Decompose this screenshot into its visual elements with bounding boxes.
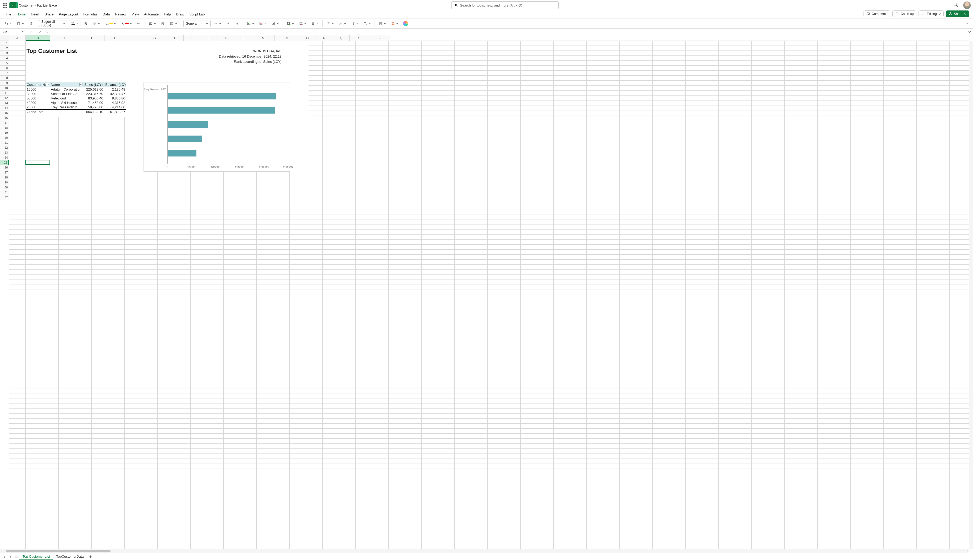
app-launcher-icon[interactable] — [2, 3, 7, 8]
share-button[interactable]: Share — [946, 10, 969, 17]
row-header-4[interactable]: 4 — [0, 56, 9, 61]
menu-tab-file[interactable]: File — [4, 11, 13, 18]
row-header-23[interactable]: 23 — [0, 150, 9, 155]
sort-filter-button[interactable] — [349, 20, 360, 27]
column-header-H[interactable]: H — [164, 35, 184, 41]
menu-tab-view[interactable]: View — [129, 11, 141, 18]
number-format-combo[interactable]: General — [183, 20, 211, 27]
menu-tab-insert[interactable]: Insert — [29, 11, 42, 18]
sensitivity-button[interactable] — [377, 20, 388, 27]
sheet-tab-top-customer-list[interactable]: Top Customer List — [19, 553, 53, 560]
select-all-cell[interactable] — [0, 35, 9, 41]
row-header-28[interactable]: 28 — [0, 175, 9, 180]
row-header-18[interactable]: 18 — [0, 125, 9, 130]
row-header-32[interactable]: 32 — [0, 195, 9, 200]
grid-cells[interactable]: Top Customer List CRONUS USA, Inc. Data … — [9, 41, 969, 549]
column-header-M[interactable]: M — [252, 35, 275, 41]
font-color-button[interactable] — [119, 20, 134, 27]
insert-cells-button[interactable] — [245, 20, 256, 27]
borders-button[interactable] — [91, 20, 102, 27]
more-font-button[interactable] — [135, 20, 142, 27]
fill-color-button[interactable] — [103, 20, 118, 27]
undo-button[interactable] — [3, 20, 13, 27]
name-box[interactable]: B25 — [0, 28, 26, 35]
addins-button[interactable] — [389, 20, 400, 27]
column-header-S[interactable]: S — [366, 35, 391, 41]
scroll-right-button[interactable] — [965, 550, 969, 552]
row-header-26[interactable]: 26 — [0, 165, 9, 170]
menu-tab-help[interactable]: Help — [162, 11, 173, 18]
catch-up-button[interactable]: Catch up — [892, 10, 916, 17]
fx-cancel-button[interactable] — [28, 28, 35, 36]
scrollbar-thumb[interactable] — [6, 550, 110, 552]
align-button[interactable] — [147, 20, 158, 27]
bold-button[interactable] — [82, 20, 89, 27]
column-header-B[interactable]: B — [26, 35, 50, 41]
row-header-21[interactable]: 21 — [0, 140, 9, 145]
row-header-3[interactable]: 3 — [0, 51, 9, 56]
ribbon-expand-button[interactable] — [963, 20, 970, 27]
delete-cells-button[interactable] — [257, 20, 268, 27]
row-header-30[interactable]: 30 — [0, 185, 9, 190]
row-header-8[interactable]: 8 — [0, 76, 9, 81]
column-header-A[interactable]: A — [9, 35, 26, 41]
sheet-tab-topcustomerdata[interactable]: TopCustomerData — [53, 553, 87, 560]
row-header-16[interactable]: 16 — [0, 115, 9, 120]
column-header-L[interactable]: L — [235, 35, 252, 41]
fx-enter-button[interactable] — [36, 28, 43, 36]
row-header-31[interactable]: 31 — [0, 190, 9, 195]
row-headers[interactable]: 1234567891011121314151617181920212223242… — [0, 41, 9, 549]
row-header-13[interactable]: 13 — [0, 100, 9, 105]
menu-tab-home[interactable]: Home — [14, 11, 28, 18]
row-header-25[interactable]: 25 — [0, 160, 9, 165]
fx-button[interactable]: fx — [45, 28, 52, 36]
font-name-combo[interactable]: Segoe UI (Body) — [39, 20, 67, 27]
increase-decimal-button[interactable]: .0 — [224, 20, 232, 27]
column-header-E[interactable]: E — [105, 35, 126, 41]
row-header-5[interactable]: 5 — [0, 61, 9, 66]
row-header-12[interactable]: 12 — [0, 95, 9, 100]
column-header-I[interactable]: I — [184, 35, 201, 41]
row-header-6[interactable]: 6 — [0, 66, 9, 71]
column-headers[interactable]: ABCDEFGHIJKLMNOPQRS — [9, 35, 969, 41]
horizontal-scrollbar[interactable] — [0, 549, 969, 553]
decrease-decimal-button[interactable]: .00 — [233, 20, 241, 27]
scroll-left-button[interactable] — [0, 550, 4, 552]
table-row[interactable]: 30000School of Fine Art223,316.7042,394.… — [26, 92, 126, 96]
sheet-nav-prev-button[interactable] — [2, 554, 7, 560]
column-header-K[interactable]: K — [217, 35, 235, 41]
merge-button[interactable] — [168, 20, 179, 27]
column-header-F[interactable]: F — [126, 35, 145, 41]
column-header-P[interactable]: P — [316, 35, 333, 41]
sales-chart[interactable]: Trey Research12 050000100000150000200000… — [144, 82, 290, 172]
column-header-C[interactable]: C — [50, 35, 77, 41]
settings-button[interactable] — [953, 2, 960, 9]
vertical-scrollbar[interactable] — [969, 41, 973, 549]
comments-button[interactable]: Comments — [864, 10, 890, 17]
paste-button[interactable] — [15, 20, 26, 27]
table-row[interactable]: 40000Alpine Ski House71,453.004,316.92 — [26, 100, 126, 105]
formula-bar-expand-button[interactable] — [966, 31, 973, 33]
search-input[interactable]: Search for tools, help, and more (Alt + … — [451, 1, 558, 9]
formula-input[interactable] — [53, 28, 966, 35]
sheet-nav-next-button[interactable] — [7, 554, 13, 560]
row-header-27[interactable]: 27 — [0, 170, 9, 175]
row-header-11[interactable]: 11 — [0, 90, 9, 95]
column-header-D[interactable]: D — [77, 35, 105, 41]
delete-button[interactable] — [297, 20, 308, 27]
row-header-29[interactable]: 29 — [0, 180, 9, 185]
clear-button[interactable] — [337, 20, 348, 27]
menu-tab-share[interactable]: Share — [42, 11, 56, 18]
menu-tab-automate[interactable]: Automate — [142, 11, 161, 18]
autosum-button[interactable] — [325, 20, 336, 27]
menu-tab-review[interactable]: Review — [113, 11, 129, 18]
find-select-button[interactable] — [362, 20, 373, 27]
copilot-button[interactable] — [401, 20, 410, 27]
row-header-20[interactable]: 20 — [0, 135, 9, 140]
format-button[interactable] — [309, 20, 320, 27]
table-row[interactable]: 50000Relecloud83,956.408,836.80 — [26, 96, 126, 100]
column-header-O[interactable]: O — [299, 35, 316, 41]
add-sheet-button[interactable] — [87, 554, 94, 560]
row-header-2[interactable]: 2 — [0, 46, 9, 51]
document-title[interactable]: Customer - Top List Excel — [19, 3, 58, 7]
